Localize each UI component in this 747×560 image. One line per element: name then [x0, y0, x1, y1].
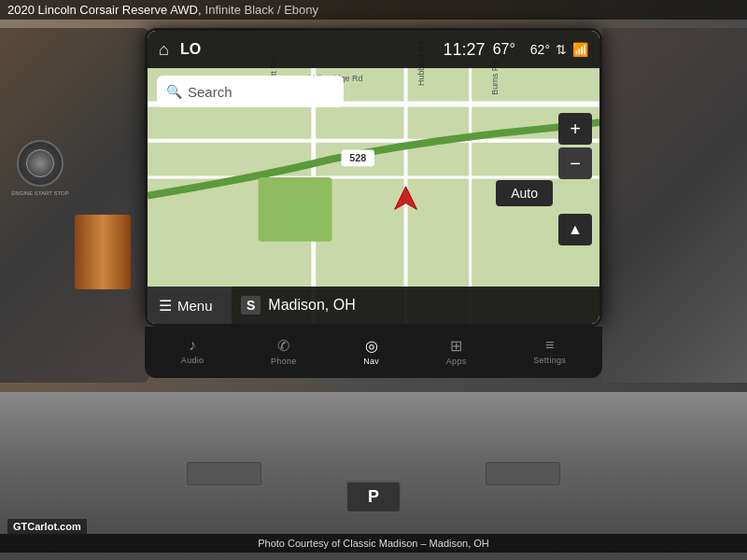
status-bar: ⌂ LO 11:27 67° 62° ⇅ 📶: [148, 31, 599, 68]
home-icon[interactable]: ⌂: [159, 40, 169, 60]
zoom-in-button[interactable]: +: [558, 113, 592, 145]
infotainment-screen: 528 Bennett Rd Hubbard Rd Burns Rd Middl…: [145, 28, 602, 327]
settings-tab-label: Settings: [533, 356, 566, 365]
time-display: 11:27: [444, 40, 486, 60]
apps-icon: ⊞: [450, 337, 462, 355]
nav-tabs-bar: ♪ Audio ✆ Phone ◎ Nav ⊞ Apps ≡ Settings: [145, 327, 602, 378]
settings-icon: ≡: [545, 337, 554, 354]
photo-credit: Photo Courtesy of Classic Madison – Madi…: [0, 534, 747, 553]
bottom-action-bar: ☰ Menu S Madison, OH: [148, 287, 599, 324]
status-right-icons: 62° ⇅ 📶: [530, 42, 588, 57]
nav-arrow-button[interactable]: ▲: [558, 214, 592, 245]
menu-label: Menu: [177, 298, 213, 314]
direction-indicator: S: [241, 296, 261, 315]
car-title: 2020 Lincoln Corsair Reserve AWD,: [7, 3, 202, 17]
audio-icon: ♪: [189, 337, 196, 354]
tab-phone[interactable]: ✆ Phone: [261, 333, 306, 370]
menu-section[interactable]: ☰ Menu: [148, 287, 232, 324]
tab-settings[interactable]: ≡ Settings: [524, 333, 575, 369]
apps-tab-label: Apps: [446, 357, 467, 366]
zone-display: LO: [180, 41, 201, 58]
start-button-inner: [26, 149, 54, 177]
wifi-icon: 📶: [572, 42, 588, 57]
nav-icon: ◎: [365, 337, 378, 355]
nav-tab-label: Nav: [363, 357, 379, 366]
menu-hamburger-icon: ☰: [159, 297, 172, 315]
engine-start-button[interactable]: [17, 140, 63, 187]
temperature-display: 67°: [493, 41, 515, 58]
gear-selector: P: [345, 481, 402, 513]
screen-inner: 528 Bennett Rd Hubbard Rd Burns Rd Middl…: [148, 31, 599, 324]
auto-button[interactable]: Auto: [496, 180, 553, 206]
phone-icon: ✆: [277, 337, 289, 355]
search-icon: 🔍: [166, 84, 182, 99]
location-section: S Madison, OH: [232, 287, 599, 324]
tab-nav[interactable]: ◎ Nav: [354, 333, 388, 370]
search-bar[interactable]: 🔍 Search: [157, 76, 344, 107]
gtcarlot-brand: GTCarlot.com: [7, 519, 87, 534]
tab-audio[interactable]: ♪ Audio: [172, 333, 214, 369]
svg-text:528: 528: [349, 152, 366, 163]
engine-start-label: ENGINE START STOP: [7, 190, 73, 197]
svg-rect-7: [259, 177, 332, 242]
phone-tab-label: Phone: [271, 357, 297, 366]
audio-tab-label: Audio: [181, 356, 204, 365]
interior-left-panel: ENGINE START STOP: [0, 28, 149, 383]
interior-right-panel: [602, 28, 747, 383]
search-input-placeholder: Search: [188, 84, 233, 100]
vent-right: [486, 462, 560, 485]
car-info-bar: 2020 Lincoln Corsair Reserve AWD, Infini…: [0, 0, 747, 20]
vent-left: [187, 462, 261, 485]
zoom-controls: + −: [558, 113, 592, 179]
arrows-icon: ⇅: [556, 42, 567, 57]
location-display: Madison, OH: [268, 297, 355, 314]
zoom-out-button[interactable]: −: [558, 147, 592, 179]
outside-temp-display: 62°: [530, 42, 550, 57]
wood-trim-panel: [75, 215, 131, 289]
gear-indicator: P: [368, 487, 379, 507]
tab-apps[interactable]: ⊞ Apps: [437, 333, 476, 370]
car-color: Infinite Black / Ebony: [205, 3, 318, 17]
